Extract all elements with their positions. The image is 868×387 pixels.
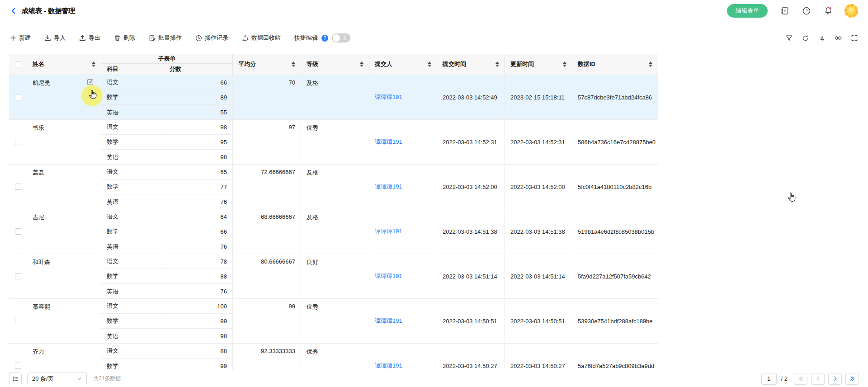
prev-page-button[interactable] [811, 373, 825, 385]
quick-edit-toggle[interactable]: 关 [332, 33, 350, 42]
score-subcolumn: 8899 [164, 344, 232, 370]
table-row[interactable]: 书乐语文数学英语98959897优秀谭谭谭1912022-03-03 14:52… [9, 120, 658, 165]
table-row[interactable]: 和叶森语文数学英语78887680.66666667良好谭谭谭1912022-0… [9, 254, 658, 299]
submitter-link[interactable]: 谭谭谭191 [375, 227, 402, 236]
submit-time-cell: 2022-03-03 14:52:31 [437, 120, 505, 164]
column-header-name[interactable]: 姓名 [27, 54, 101, 75]
plus-icon [10, 35, 16, 41]
double-chevron-right-icon [849, 376, 855, 382]
edit-record-icon[interactable] [87, 79, 94, 87]
user-guide-icon[interactable]: A [780, 6, 789, 15]
sort-arrows-icon[interactable] [428, 61, 431, 67]
notification-bell-icon[interactable] [824, 6, 833, 15]
subject-subcolumn: 语文数学英语 [101, 120, 164, 164]
table-row[interactable]: 齐力语文数学889992.33333333优秀谭谭谭1912022-03-03 … [9, 344, 658, 370]
batch-label: 批量操作 [158, 34, 182, 42]
subject-cell: 数学 [101, 179, 164, 194]
sort-icon[interactable]: 1 [818, 34, 826, 42]
row-checkbox[interactable] [15, 94, 21, 100]
sort-arrows-icon[interactable] [360, 61, 363, 67]
submitter-cell: 谭谭谭191 [369, 344, 437, 370]
submit-time-cell: 2022-03-03 14:52:49 [437, 75, 505, 119]
chevron-right-icon [832, 376, 838, 382]
update-time-cell: 2022-03-03 14:50:51 [505, 299, 572, 343]
row-checkbox-cell [9, 254, 27, 298]
table-row[interactable]: 吉尼语文数学英语64667668.66666667及格谭谭谭1912022-03… [9, 209, 658, 254]
chevron-left-icon [815, 376, 821, 382]
data-id-cell: 57c87dcbe3fe71abd24fca86 [572, 75, 658, 119]
page-total-label: / 2 [781, 375, 788, 382]
row-density-button[interactable] [9, 373, 22, 385]
column-header-average[interactable]: 平均分 [232, 54, 301, 75]
toggle-state-label: 关 [342, 35, 347, 42]
submitter-link[interactable]: 谭谭谭191 [375, 317, 402, 325]
table-row[interactable]: 慕容熙语文数学英语100999899优秀谭谭谭1912022-03-03 14:… [9, 299, 658, 344]
visibility-icon[interactable] [834, 34, 842, 42]
submitter-link[interactable]: 谭谭谭191 [375, 272, 402, 280]
score-cell: 89 [164, 90, 232, 105]
select-all-checkbox[interactable] [15, 61, 21, 67]
fullscreen-icon[interactable] [851, 34, 858, 42]
quick-edit-help-icon[interactable]: ? [321, 35, 328, 42]
subject-cell: 英语 [101, 194, 164, 209]
submitter-link[interactable]: 谭谭谭191 [375, 138, 402, 146]
row-checkbox[interactable] [15, 228, 21, 235]
name-cell: 凯尼吴 [27, 75, 101, 119]
last-page-button[interactable] [845, 373, 859, 385]
row-checkbox-cell [9, 75, 27, 119]
recycle-bin-button[interactable]: 数据回收站 [242, 34, 281, 42]
column-header-data-id[interactable]: 数据ID [572, 54, 658, 75]
filter-icon[interactable] [785, 34, 793, 42]
column-header-update-time[interactable]: 更新时间 [505, 54, 572, 75]
score-subcolumn: 788876 [164, 254, 232, 298]
sort-arrows-icon[interactable] [292, 61, 295, 67]
column-header-submit-time[interactable]: 提交时间 [437, 54, 505, 75]
export-label: 导出 [89, 34, 100, 42]
table-row[interactable]: 凯尼吴语文数学英语66895570及格谭谭谭1912022-03-03 14:5… [9, 75, 658, 120]
history-label: 操作记录 [205, 34, 228, 42]
data-table: 姓名 子表单 科目 分数 平均分 等级 提交人 提交时间 更新时间 数据ID 凯… [9, 54, 658, 370]
subject-subcolumn: 语文数学英语 [101, 299, 164, 343]
subject-cell: 语文 [101, 254, 164, 269]
edit-form-button[interactable]: 编辑表单 [727, 4, 768, 18]
data-id-cell: 53930e7541bdf288afc189be [572, 299, 658, 343]
quick-edit-label: 快捷编辑 [294, 34, 318, 42]
pager: 1 / 2 [761, 373, 859, 385]
row-checkbox[interactable] [15, 318, 21, 324]
help-icon[interactable]: ? [802, 6, 811, 15]
sort-arrows-icon[interactable] [495, 61, 499, 67]
data-id-cell: 586b4a736c16e7cd28875be0 [572, 120, 658, 164]
first-page-button[interactable] [794, 373, 807, 385]
row-checkbox[interactable] [15, 363, 21, 369]
page-size-select[interactable]: 20 条/页 [27, 373, 87, 385]
column-header-submitter[interactable]: 提交人 [369, 54, 437, 75]
back-button[interactable] [10, 7, 17, 14]
sort-arrows-icon[interactable] [92, 61, 95, 67]
export-button[interactable]: 导出 [79, 34, 100, 42]
subject-cell: 数学 [101, 135, 164, 150]
delete-button[interactable]: 删除 [114, 34, 135, 42]
row-checkbox-cell [9, 299, 27, 343]
sort-arrows-icon[interactable] [649, 61, 652, 67]
batch-operation-button[interactable]: 批量操作 [149, 34, 182, 42]
row-checkbox[interactable] [15, 273, 21, 279]
operation-log-button[interactable]: 操作记录 [195, 34, 228, 42]
table-row[interactable]: 盖聂语文数学英语65777672.66666667及格谭谭谭1912022-03… [9, 165, 658, 209]
submitter-link[interactable]: 谭谭谭191 [375, 93, 402, 101]
average-cell: 68.66666667 [232, 209, 301, 254]
import-button[interactable]: 导入 [44, 34, 66, 42]
submitter-link[interactable]: 谭谭谭191 [375, 183, 402, 191]
next-page-button[interactable] [828, 373, 842, 385]
user-avatar[interactable] [844, 4, 858, 18]
new-button[interactable]: 新建 [10, 34, 31, 42]
submitter-cell: 谭谭谭191 [369, 120, 437, 164]
refresh-icon[interactable] [802, 34, 809, 42]
submitter-link[interactable]: 谭谭谭191 [375, 362, 402, 370]
row-checkbox[interactable] [15, 184, 21, 190]
row-checkbox[interactable] [15, 139, 21, 145]
sort-arrows-icon[interactable] [563, 61, 566, 67]
current-page-input[interactable]: 1 [761, 373, 777, 385]
score-cell: 100 [164, 299, 232, 314]
subject-cell: 语文 [101, 120, 164, 135]
column-header-grade[interactable]: 等级 [301, 54, 369, 75]
